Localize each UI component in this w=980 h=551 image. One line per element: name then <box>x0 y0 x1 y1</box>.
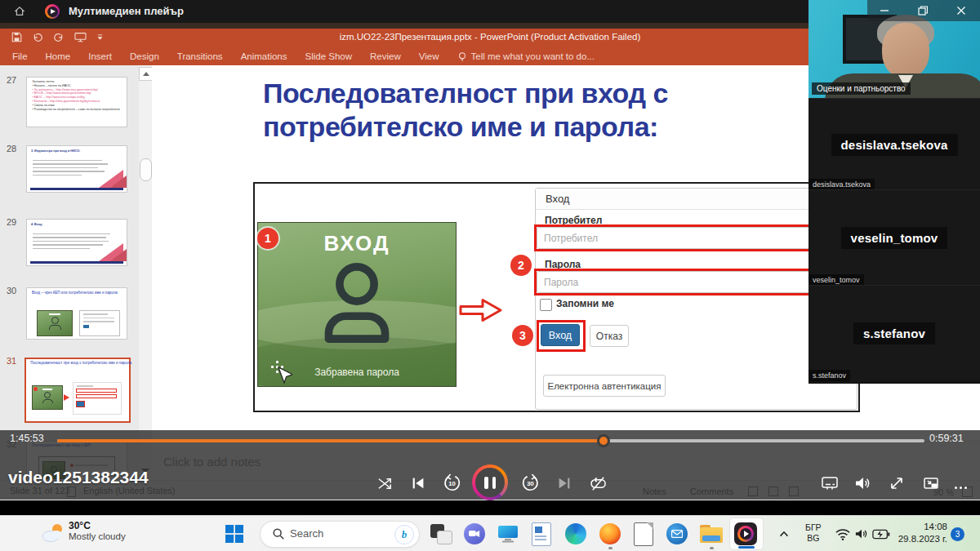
mini-player-icon[interactable] <box>921 473 941 493</box>
login-box-title: ВХОД <box>258 231 456 256</box>
minimize-button[interactable] <box>872 0 897 21</box>
login-button[interactable]: Вход <box>541 324 580 346</box>
tab-slide-show[interactable]: Slide Show <box>305 51 353 61</box>
tab-insert[interactable]: Insert <box>88 51 112 61</box>
search-placeholder: Search <box>290 527 323 540</box>
thumb31-title: Последователност при вход с потребителск… <box>26 359 135 366</box>
cancel-button[interactable]: Отказ <box>590 325 629 347</box>
seek-bar-handle[interactable] <box>597 434 610 447</box>
search-icon <box>272 527 285 540</box>
display-settings-icon[interactable] <box>495 521 521 547</box>
e-auth-button[interactable]: Електронна автентикация <box>543 375 666 397</box>
tab-transitions[interactable]: Transitions <box>177 51 223 61</box>
tray-chevron-icon[interactable] <box>777 528 791 540</box>
slide-thumbnail-27[interactable]: Заглавна лента: • Начало – логото на ИАО… <box>26 77 127 127</box>
step-badge-3: 3 <box>512 325 533 346</box>
wifi-icon[interactable] <box>835 527 851 541</box>
mouse-cursor-icon <box>271 361 292 385</box>
remember-me-checkbox[interactable] <box>540 299 552 311</box>
thumb27-line: • Ръководство на потребителя – само за в… <box>32 108 127 112</box>
thumb-number: 31 <box>7 356 16 366</box>
remember-me-label: Запомни ме <box>556 298 614 309</box>
tab-review[interactable]: Review <box>370 51 401 61</box>
login-button-highlight-box: Вход <box>537 320 586 352</box>
desktop-screen: Мултимедиен плейър izm.UO22-23Презентаци… <box>0 0 980 551</box>
tab-home[interactable]: Home <box>46 51 71 61</box>
file-explorer-icon[interactable] <box>698 521 724 547</box>
firefox-browser-icon[interactable] <box>597 521 623 547</box>
thumb30-login-graphic <box>37 310 73 336</box>
weather-widget[interactable]: 30°C Mostly cloudy <box>69 520 126 541</box>
thumb-decoration <box>110 176 127 188</box>
pause-bar <box>484 477 488 489</box>
previous-track-icon[interactable] <box>408 473 428 493</box>
tell-me-box[interactable]: Tell me what you want to do... <box>457 51 595 62</box>
username-input[interactable] <box>537 227 855 249</box>
restore-button[interactable] <box>911 0 935 21</box>
webcam-person-face <box>882 23 929 78</box>
meeting-panel: Оценки и партньорство desislava.tsekova … <box>808 0 980 384</box>
next-track-icon[interactable] <box>555 473 574 493</box>
tab-file[interactable]: File <box>12 51 28 61</box>
media-player-logo-icon <box>45 4 60 19</box>
start-button[interactable] <box>225 525 243 543</box>
weather-temp: 30°C <box>69 520 91 531</box>
clock-widget[interactable]: 14:08 29.8.2023 г. <box>880 521 947 545</box>
media-player-taskbar-icon[interactable] <box>733 521 759 547</box>
libreoffice-icon[interactable] <box>630 521 657 547</box>
fullscreen-icon[interactable] <box>887 473 906 493</box>
participant-tile[interactable]: s.stefanov s.stefanov <box>808 285 980 381</box>
password-input[interactable] <box>537 271 855 293</box>
thumb31-arrow-graphic <box>64 394 69 401</box>
thumb30-title: Вход – чрез КЕП или потребителско име и … <box>27 288 127 295</box>
edge-browser-icon[interactable] <box>563 521 589 547</box>
webcam-name-label: Оценки и партньорство <box>812 82 911 95</box>
slide-thumbnail-28[interactable]: 3. Индикатори при вход в НИСО: <box>26 145 127 193</box>
scroll-up-button[interactable] <box>139 67 153 81</box>
home-icon[interactable] <box>13 5 26 18</box>
slide-thumbnail-29[interactable]: 4. Вход <box>26 219 127 266</box>
svg-text:10: 10 <box>448 480 456 487</box>
teams-chat-icon[interactable] <box>461 521 488 547</box>
pause-button[interactable] <box>472 464 508 500</box>
step-badge-2: 2 <box>510 255 532 276</box>
player-controls-overlay: 1:45:53 0:59:31 video1251382344 10 30 <box>0 430 980 500</box>
lightbulb-icon <box>457 51 467 62</box>
tab-design[interactable]: Design <box>130 51 159 61</box>
triangle-up-icon <box>143 72 149 76</box>
tray-volume-icon[interactable] <box>854 527 869 540</box>
slide-thumbnail-30[interactable]: Вход – чрез КЕП или потребителско име и … <box>26 287 127 340</box>
step-badge-1: 1 <box>257 228 278 249</box>
task-view-button[interactable] <box>428 521 454 547</box>
tab-animations[interactable]: Animations <box>241 51 287 61</box>
participant-name: s.stefanov <box>853 322 935 344</box>
tab-view[interactable]: View <box>419 51 439 61</box>
thumb-decoration <box>30 261 123 264</box>
shuffle-off-icon[interactable] <box>375 473 394 493</box>
rewind-10-icon[interactable]: 10 <box>442 473 461 492</box>
thunderbird-icon[interactable] <box>664 521 690 547</box>
red-arrow-icon <box>459 297 503 323</box>
thumb-number: 28 <box>7 144 16 153</box>
more-options-icon[interactable] <box>951 478 970 497</box>
language-indicator[interactable]: БГР BG <box>805 522 822 543</box>
close-button[interactable] <box>949 0 973 21</box>
repeat-off-icon[interactable] <box>588 473 608 493</box>
volume-icon[interactable] <box>853 473 872 493</box>
subtitles-icon[interactable] <box>820 473 840 493</box>
thumb29-title: 4. Вход <box>27 220 127 227</box>
writer-document-icon[interactable] <box>528 521 555 547</box>
notification-badge[interactable]: 3 <box>951 527 964 541</box>
participant-name: desislava.tsekova <box>831 134 958 156</box>
participant-tile[interactable]: veselin_tomov veselin_tomov <box>808 189 980 286</box>
search-box[interactable]: Search b <box>260 521 420 548</box>
seek-bar[interactable] <box>57 439 924 442</box>
forward-30-icon[interactable]: 30 <box>520 473 540 492</box>
video-filename: video1251382344 <box>8 468 149 487</box>
player-title: Мултимедиен плейър <box>69 5 184 17</box>
slide-thumbnail-31-selected[interactable]: Последователност при вход с потребителск… <box>24 358 131 423</box>
participant-tile[interactable]: desislava.tsekova desislava.tsekova <box>808 98 980 190</box>
scrollbar-thumb[interactable] <box>140 158 152 181</box>
thumb-number: 30 <box>7 286 16 295</box>
active-running-indicator <box>738 546 755 549</box>
